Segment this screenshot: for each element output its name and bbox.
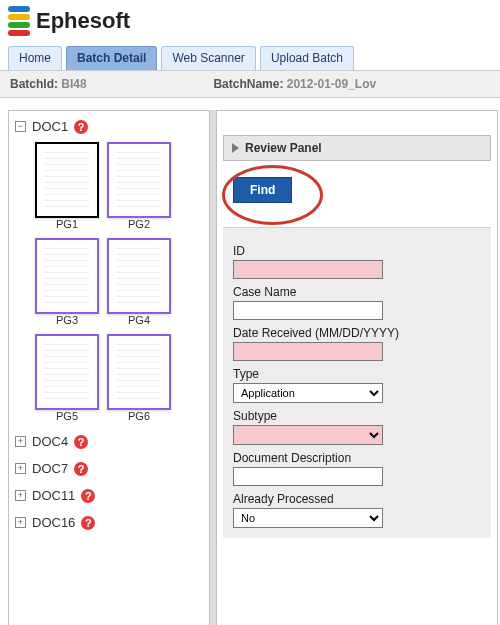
page-thumb-pg4[interactable] <box>107 238 171 314</box>
doc-label: DOC4 <box>32 434 68 449</box>
doc-node-doc4: + DOC4 ? <box>9 426 209 453</box>
docdesc-field[interactable] <box>233 467 383 486</box>
doc-node-doc1: − DOC1 ? PG1 PG2 PG3 PG4 PG5 PG6 <box>9 111 209 426</box>
tab-batch-detail[interactable]: Batch Detail <box>66 46 157 70</box>
doc-header-doc4[interactable]: + DOC4 ? <box>15 434 205 449</box>
help-icon[interactable]: ? <box>81 489 95 503</box>
review-panel-container: Review Panel Find ID Case Name Date Rece… <box>216 110 498 625</box>
doc-node-doc11: + DOC11 ? <box>9 480 209 507</box>
id-label: ID <box>233 244 481 258</box>
logo-icon <box>8 6 30 36</box>
page-label: PG2 <box>128 218 150 230</box>
id-field[interactable] <box>233 260 383 279</box>
datereceived-label: Date Received (MM/DD/YYYY) <box>233 326 481 340</box>
tab-web-scanner[interactable]: Web Scanner <box>161 46 256 70</box>
subtype-select[interactable] <box>234 426 382 444</box>
casename-field[interactable] <box>233 301 383 320</box>
expand-icon[interactable]: + <box>15 463 26 474</box>
help-icon[interactable]: ? <box>74 462 88 476</box>
tab-upload-batch[interactable]: Upload Batch <box>260 46 354 70</box>
page-thumb-pg2[interactable] <box>107 142 171 218</box>
doc-node-doc7: + DOC7 ? <box>9 453 209 480</box>
field-form: ID Case Name Date Received (MM/DD/YYYY) … <box>223 227 491 538</box>
batchname-value: 2012-01-09_Lov <box>287 77 376 91</box>
doc-header-doc16[interactable]: + DOC16 ? <box>15 515 205 530</box>
find-button[interactable]: Find <box>233 177 292 203</box>
help-icon[interactable]: ? <box>81 516 95 530</box>
datereceived-field[interactable] <box>233 342 383 361</box>
doc-header-doc11[interactable]: + DOC11 ? <box>15 488 205 503</box>
page-label: PG3 <box>56 314 78 326</box>
page-label: PG4 <box>128 314 150 326</box>
page-label: PG1 <box>56 218 78 230</box>
expand-icon[interactable]: + <box>15 490 26 501</box>
batch-info-bar: BatchId: BI48 BatchName: 2012-01-09_Lov <box>0 70 500 98</box>
app-logo-row: Ephesoft <box>0 0 500 42</box>
page-thumb-pg6[interactable] <box>107 334 171 410</box>
subtype-label: Subtype <box>233 409 481 423</box>
page-label: PG6 <box>128 410 150 422</box>
review-panel-title: Review Panel <box>245 141 322 155</box>
page-thumbnails: PG1 PG2 PG3 PG4 PG5 PG6 <box>15 134 205 422</box>
find-section: Find <box>217 161 497 227</box>
expand-icon[interactable]: + <box>15 436 26 447</box>
page-label: PG5 <box>56 410 78 422</box>
document-tree-panel: − DOC1 ? PG1 PG2 PG3 PG4 PG5 PG6 + DOC4 … <box>8 110 210 625</box>
doc-label: DOC16 <box>32 515 75 530</box>
doc-node-doc16: + DOC16 ? <box>9 507 209 534</box>
alreadyproc-label: Already Processed <box>233 492 481 506</box>
doc-label: DOC11 <box>32 488 75 503</box>
page-thumb-pg1[interactable] <box>35 142 99 218</box>
casename-label: Case Name <box>233 285 481 299</box>
docdesc-label: Document Description <box>233 451 481 465</box>
tab-home[interactable]: Home <box>8 46 62 70</box>
app-name: Ephesoft <box>36 8 130 34</box>
page-thumb-pg5[interactable] <box>35 334 99 410</box>
type-label: Type <box>233 367 481 381</box>
doc-header-doc1[interactable]: − DOC1 ? <box>15 119 205 134</box>
type-select[interactable]: Application <box>234 384 382 402</box>
batchname-label: BatchName: <box>213 77 286 91</box>
doc-header-doc7[interactable]: + DOC7 ? <box>15 461 205 476</box>
doc-label: DOC1 <box>32 119 68 134</box>
help-icon[interactable]: ? <box>74 120 88 134</box>
main-tabs: Home Batch Detail Web Scanner Upload Bat… <box>0 42 500 70</box>
alreadyproc-select[interactable]: No <box>234 509 382 527</box>
batchid-label: BatchId: <box>10 77 61 91</box>
page-thumb-pg3[interactable] <box>35 238 99 314</box>
batchid-value: BI48 <box>61 77 86 91</box>
review-panel-header[interactable]: Review Panel <box>223 135 491 161</box>
help-icon[interactable]: ? <box>74 435 88 449</box>
disclosure-triangle-icon <box>232 143 239 153</box>
collapse-icon[interactable]: − <box>15 121 26 132</box>
doc-label: DOC7 <box>32 461 68 476</box>
expand-icon[interactable]: + <box>15 517 26 528</box>
